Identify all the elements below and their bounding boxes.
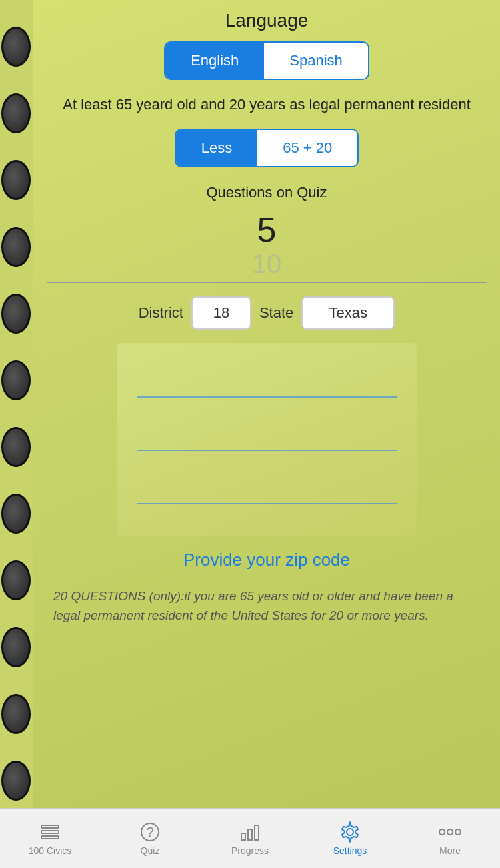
- tab-quiz-label: Quiz: [141, 845, 160, 856]
- tab-settings[interactable]: Settings: [300, 821, 400, 856]
- svg-text:?: ?: [146, 825, 153, 839]
- spiral-binding: [0, 0, 33, 868]
- tab-quiz[interactable]: ? Quiz: [100, 821, 200, 856]
- main-content: Language English Spanish At least 65 yea…: [33, 0, 500, 814]
- number-picker[interactable]: 5 10: [47, 211, 487, 279]
- spiral-ring: [1, 27, 31, 67]
- english-button[interactable]: English: [165, 43, 264, 79]
- age-65-20-button[interactable]: 65 + 20: [257, 130, 357, 166]
- svg-rect-7: [255, 825, 259, 840]
- spiral-ring: [1, 560, 31, 600]
- state-label: State: [259, 304, 293, 322]
- state-input[interactable]: [301, 296, 395, 330]
- tab-progress[interactable]: Progress: [200, 821, 300, 856]
- more-icon: [439, 821, 461, 843]
- map-line-2: [137, 450, 397, 451]
- svg-point-10: [447, 829, 453, 835]
- selected-number: 5: [47, 211, 487, 249]
- district-input[interactable]: [191, 296, 251, 330]
- district-state-row: District State: [139, 296, 395, 330]
- language-title: Language: [225, 10, 309, 31]
- spiral-ring: [1, 160, 31, 200]
- footer-note: 20 QUESTIONS (only):if you are 65 years …: [47, 587, 487, 625]
- spiral-ring: [1, 694, 31, 734]
- next-number: 10: [47, 249, 487, 279]
- map-line-3: [137, 503, 397, 504]
- age-description: At least 65 yeard old and 20 years as le…: [49, 93, 484, 115]
- svg-point-9: [439, 829, 445, 835]
- svg-rect-6: [248, 829, 252, 840]
- settings-icon: [339, 821, 361, 843]
- svg-point-8: [347, 829, 353, 835]
- quiz-icon: ?: [139, 821, 161, 843]
- district-label: District: [139, 304, 183, 322]
- tab-settings-label: Settings: [333, 845, 367, 856]
- divider-top: [47, 207, 487, 207]
- svg-rect-0: [41, 825, 59, 828]
- svg-point-11: [455, 829, 461, 835]
- tab-more[interactable]: More: [400, 821, 500, 856]
- map-line-1: [137, 396, 397, 398]
- spiral-ring: [1, 627, 31, 667]
- progress-icon: [239, 821, 261, 843]
- spiral-ring: [1, 494, 31, 534]
- svg-rect-5: [241, 833, 245, 840]
- divider-bottom: [47, 282, 487, 283]
- tab-progress-label: Progress: [231, 845, 269, 856]
- spanish-button[interactable]: Spanish: [264, 43, 368, 79]
- tab-100civics-label: 100 Civics: [29, 845, 72, 856]
- spiral-ring: [1, 93, 31, 133]
- zip-code-link[interactable]: Provide your zip code: [183, 550, 350, 570]
- age-toggle: Less 65 + 20: [175, 129, 359, 167]
- civics-icon: [39, 821, 61, 843]
- spiral-ring: [1, 761, 31, 801]
- map-area: [117, 343, 417, 536]
- tab-more-label: More: [439, 845, 461, 856]
- less-button[interactable]: Less: [176, 130, 257, 166]
- svg-rect-2: [41, 836, 59, 839]
- language-toggle: English Spanish: [164, 41, 369, 80]
- spiral-ring: [1, 427, 31, 467]
- quiz-label: Questions on Quiz: [207, 184, 327, 201]
- spiral-ring: [1, 360, 31, 400]
- svg-rect-1: [41, 831, 59, 833]
- spiral-ring: [1, 227, 31, 267]
- tab-bar: 100 Civics ? Quiz Progress: [0, 808, 500, 868]
- spiral-ring: [1, 294, 31, 334]
